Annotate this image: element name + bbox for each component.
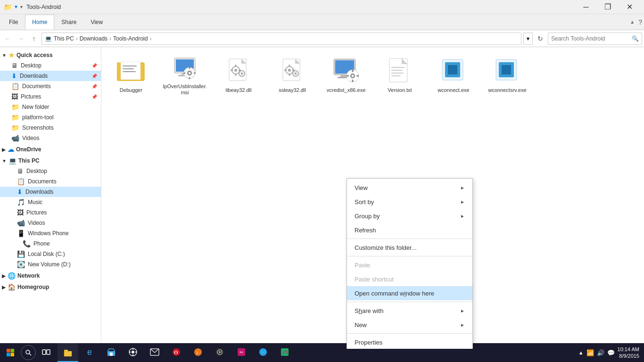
sidebar-item-videos-pc[interactable]: 📹 Videos <box>0 218 101 228</box>
sidebar-section-quick-access[interactable]: ▼ ★ Quick access <box>0 49 101 60</box>
svg-rect-61 <box>448 65 457 74</box>
sidebar-item-desktop-pc[interactable]: 🖥 Desktop <box>0 166 101 176</box>
tab-file[interactable]: File <box>2 15 25 30</box>
sidebar-section-thispc[interactable]: ▼ 💻 This PC <box>0 155 101 166</box>
breadcrumb-thispc[interactable]: This PC <box>54 35 74 42</box>
ctx-item-properties[interactable]: Properties <box>347 335 472 349</box>
svg-point-40 <box>295 73 297 75</box>
sidebar-item-downloads-qa[interactable]: ⬇ Downloads 📌 <box>0 71 101 81</box>
nav-up-button[interactable]: ↑ <box>28 33 40 44</box>
close-button[interactable]: ✕ <box>619 0 640 14</box>
taskbar-app-twitter[interactable]: 🐦 <box>253 343 273 362</box>
file-item-libeay32[interactable]: libeay32.dll <box>213 51 264 98</box>
refresh-button[interactable]: ↻ <box>535 33 546 44</box>
start-button[interactable] <box>1 343 20 362</box>
ctx-item-paste[interactable]: Paste <box>347 258 472 272</box>
ribbon-expand-button[interactable]: ▲ <box>628 17 636 26</box>
tab-home[interactable]: Home <box>25 15 54 30</box>
breadcrumb[interactable]: 💻 This PC › Downloads › Tools-Android › <box>41 33 521 45</box>
ctx-item-paste-shortcut[interactable]: Paste shortcut <box>347 272 472 286</box>
taskbar-app-opera[interactable]: O <box>166 343 187 362</box>
nav-forward-button[interactable]: → <box>15 33 26 44</box>
taskbar-app-6[interactable] <box>209 343 230 362</box>
titlebar-menu-arrow[interactable]: ▾ <box>20 4 23 9</box>
taskbar-app-9[interactable]: 🎮 <box>274 343 295 362</box>
taskbar-app-mail[interactable] <box>144 343 165 362</box>
network-tray-icon[interactable]: 📶 <box>586 349 594 356</box>
sidebar-item-new-volume-d[interactable]: 💽 New Volume (D:) <box>0 259 101 270</box>
sidebar-item-phone[interactable]: 📞 Phone <box>0 239 101 249</box>
sidebar-section-homegroup[interactable]: ▶ 🏠 Homegroup <box>0 281 101 292</box>
tab-share[interactable]: Share <box>54 15 83 30</box>
breadcrumb-pc-icon: 💻 <box>45 35 52 42</box>
titlebar-icon-folder[interactable]: 📁 <box>4 3 12 11</box>
file-item-wconnect[interactable]: wconnect.exe <box>428 51 479 98</box>
ctx-item-share-with[interactable]: Share with ► <box>347 304 472 318</box>
svg-rect-25 <box>235 74 237 76</box>
sidebar-item-documents-qa[interactable]: 📋 Documents 📌 <box>0 81 101 91</box>
sidebar-item-platform-tool-qa[interactable]: 📁 platform-tool <box>0 112 101 123</box>
sidebar-item-videos-qa[interactable]: 📹 Videos <box>0 133 101 143</box>
help-icon[interactable]: ? <box>638 18 642 26</box>
tab-view[interactable]: View <box>83 15 110 30</box>
nav-back-button[interactable]: ← <box>2 33 13 44</box>
breadcrumb-downloads[interactable]: Downloads <box>80 35 107 42</box>
debugger-label: Debugger <box>120 87 142 93</box>
new-volume-d-icon: 💽 <box>17 261 25 268</box>
sidebar-item-windows-phone[interactable]: 📱 Windows Phone <box>0 228 101 239</box>
taskbar-search-button[interactable] <box>21 345 36 360</box>
svg-rect-24 <box>235 65 237 67</box>
file-item-version[interactable]: Version.txt <box>374 51 426 98</box>
search-input[interactable] <box>551 35 632 42</box>
taskbar-task-view-button[interactable] <box>37 343 56 362</box>
taskbar-app-settings[interactable] <box>123 343 143 362</box>
taskbar-app-7[interactable]: ✂ <box>231 343 252 362</box>
sidebar-item-downloads-pc[interactable]: ⬇ Downloads <box>0 187 101 197</box>
ctx-item-new[interactable]: New ► <box>347 318 472 332</box>
taskbar-app-edge[interactable]: e <box>79 343 100 362</box>
sidebar-item-pictures-pc[interactable]: 🖼 Pictures <box>0 207 101 218</box>
ctx-item-view[interactable]: View ► <box>347 181 472 195</box>
sidebar-item-documents-pc[interactable]: 📋 Documents <box>0 176 101 187</box>
sidebar-item-music-pc[interactable]: 🎵 Music <box>0 197 101 207</box>
file-item-vcredist[interactable]: vcredist_x86.exe <box>320 51 372 98</box>
file-item-debugger[interactable]: Debugger <box>105 51 157 98</box>
file-item-wconnectsrv[interactable]: wconnectsrv.exe <box>481 51 533 98</box>
notification-tray-icon[interactable]: 💬 <box>607 349 615 356</box>
taskbar-app-file-explorer[interactable] <box>58 343 78 362</box>
sidebar-item-new-folder-qa[interactable]: 📁 New folder <box>0 102 101 112</box>
task-view-icon <box>42 349 50 356</box>
ctx-item-sort-by[interactable]: Sort by ► <box>347 195 472 209</box>
sidebar-item-desktop-qa[interactable]: 🖥 Desktop 📌 <box>0 60 101 71</box>
titlebar-icon-down[interactable]: ▼ <box>14 4 18 9</box>
sidebar-item-pictures-qa[interactable]: 🖼 Pictures 📌 <box>0 91 101 102</box>
sidebar-section-network[interactable]: ▶ 🌐 Network <box>0 270 101 281</box>
taskbar-clock[interactable]: 10:14 AM 8/9/2015 <box>618 346 639 360</box>
restore-button[interactable]: ❐ <box>597 0 619 14</box>
file-grid: Debugger <box>105 51 640 98</box>
sidebar-item-local-disk-c[interactable]: 💾 Local Disk (C:) <box>0 249 101 259</box>
file-item-ssleay32[interactable]: ssleay32.dll <box>266 51 318 98</box>
quick-access-star-icon: ★ <box>8 51 15 59</box>
title-quick-icons[interactable]: 📁 ▼ ▾ <box>4 3 23 11</box>
ctx-item-refresh[interactable]: Refresh <box>347 223 472 237</box>
svg-rect-16 <box>189 77 190 79</box>
taskbar-app-store[interactable] <box>101 343 122 362</box>
taskbar-app-music[interactable]: ♪ <box>188 343 208 362</box>
file-item-ipoverusb[interactable]: IpOverUsbInstaller.msi <box>159 51 211 98</box>
svg-rect-81 <box>64 350 68 352</box>
breadcrumb-dropdown-button[interactable]: ▾ <box>523 33 533 45</box>
volume-tray-icon[interactable]: 🔊 <box>597 349 604 356</box>
sidebar-section-onedrive[interactable]: ▶ ☁ OneDrive <box>0 143 101 155</box>
pictures-pc-icon: 🖼 <box>17 209 24 216</box>
ctx-item-group-by[interactable]: Group by ► <box>347 209 472 223</box>
minimize-button[interactable]: ─ <box>575 0 597 14</box>
sidebar-item-screenshots-qa[interactable]: 📁 Screenshots <box>0 123 101 133</box>
breadcrumb-tools-android[interactable]: Tools-Android <box>113 35 148 42</box>
ctx-item-customize[interactable]: Customize this folder... <box>347 240 472 255</box>
downloads-qa-icon: ⬇ <box>11 72 17 80</box>
tray-expand-icon[interactable]: ▲ <box>578 350 584 355</box>
homegroup-icon: 🏠 <box>8 283 16 291</box>
ctx-separator-1 <box>347 239 472 239</box>
ctx-item-open-command[interactable]: Open command window here <box>347 286 472 300</box>
